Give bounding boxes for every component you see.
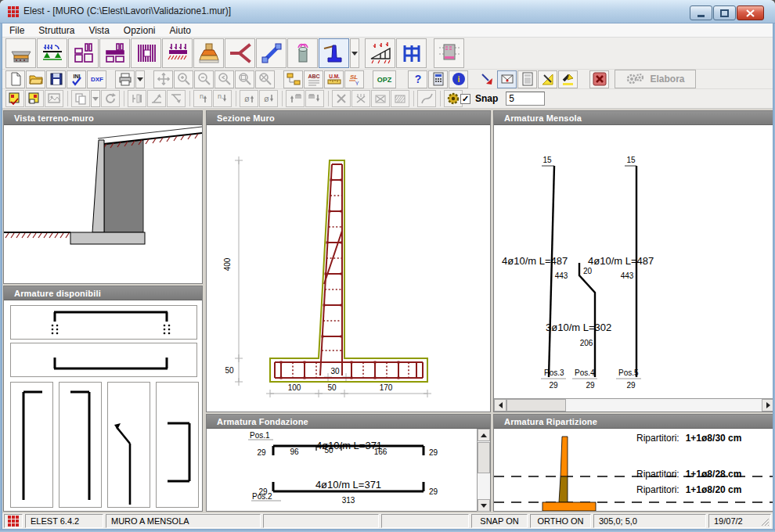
delete-bar-button-disabled[interactable] <box>332 90 351 107</box>
save-params-alt-button[interactable] <box>25 90 44 107</box>
stati-limite-button[interactable]: SLY <box>344 70 364 88</box>
close-button[interactable] <box>737 5 764 20</box>
add-bar-count-button-disabled[interactable]: n. <box>193 90 212 107</box>
scroll-thumb[interactable] <box>478 442 490 473</box>
retaining-wall-button[interactable] <box>319 38 349 68</box>
curve-button-disabled[interactable] <box>417 90 436 107</box>
resize-grip[interactable] <box>760 517 770 527</box>
print-dropdown[interactable] <box>135 70 145 88</box>
delete-group-button-disabled[interactable] <box>351 90 370 107</box>
dxf-export-button[interactable]: DXF <box>87 70 106 88</box>
window-frame-left <box>0 23 2 532</box>
copy-dropdown-disabled[interactable] <box>91 90 100 107</box>
zoom-out-button-disabled[interactable] <box>194 70 214 88</box>
wall-pattern-button[interactable] <box>131 38 161 68</box>
remove-bar-count-button-disabled[interactable]: n. <box>213 90 232 107</box>
zoom-in-icon <box>176 71 192 87</box>
refresh-button-disabled[interactable] <box>101 90 120 107</box>
calculator-button[interactable] <box>428 70 448 88</box>
snapshot-button-disabled[interactable] <box>45 90 63 107</box>
window-frame-bottom <box>0 529 775 532</box>
rebar-template-l-left[interactable] <box>59 382 102 508</box>
options-button[interactable]: OPZ <box>373 70 396 88</box>
project-tree-button[interactable] <box>283 70 303 88</box>
panel-title: Armatura Ripartizione <box>494 415 774 429</box>
elabora-button[interactable]: Elabora <box>615 70 696 88</box>
bar-lower-button-disabled[interactable] <box>167 90 186 107</box>
rebar-template-bent[interactable] <box>107 382 150 508</box>
ini-settings-button[interactable]: INI <box>67 70 86 88</box>
decrease-spacing-button-disabled[interactable] <box>305 90 324 107</box>
slab-foundation-button[interactable] <box>5 38 36 68</box>
fondazione-vscrollbar[interactable] <box>477 429 490 512</box>
column-section-button[interactable] <box>434 38 464 68</box>
floorplan-button[interactable] <box>68 38 99 68</box>
retaining-wall-dropdown[interactable] <box>350 38 359 68</box>
delete-zone-button-disabled[interactable] <box>371 90 390 107</box>
pan-button-disabled[interactable] <box>153 70 173 88</box>
decrease-diameter-button-disabled[interactable]: ø <box>259 90 278 107</box>
node-branch-button[interactable] <box>225 38 255 68</box>
bar3-label: 4ø10/m L=487 <box>588 255 654 267</box>
zoom-in-button-disabled[interactable] <box>174 70 193 88</box>
bar-raise-button-disabled[interactable] <box>147 90 166 107</box>
save-file-button[interactable] <box>46 70 66 88</box>
menu-vista[interactable]: Vista <box>81 23 116 38</box>
verify-arrow-button[interactable] <box>477 70 496 88</box>
title-bar[interactable]: Elest - [MURO (C:\Elest\Lavori\Validazio… <box>0 0 775 23</box>
rebar-template-bottom-u[interactable] <box>10 343 197 377</box>
minimize-button[interactable] <box>690 5 712 20</box>
menu-aiuto[interactable]: Aiuto <box>163 23 198 38</box>
footing-button[interactable] <box>193 38 224 68</box>
mensola-hscrollbar[interactable] <box>494 398 774 412</box>
print-button[interactable] <box>115 70 135 88</box>
load-button[interactable] <box>162 38 193 68</box>
frame-button[interactable] <box>396 38 427 68</box>
units-button[interactable]: U.M. <box>324 70 344 88</box>
report-button[interactable] <box>517 70 537 88</box>
ripartitori-value: 1+1ø8/30 cm <box>686 433 742 444</box>
text-options-button[interactable]: ABC <box>304 70 323 88</box>
bar-section-button-disabled[interactable] <box>128 90 146 107</box>
beam-loads-button[interactable] <box>37 38 67 68</box>
increase-diameter-button-disabled[interactable]: ø <box>240 90 258 107</box>
zoom-out-icon <box>196 71 212 87</box>
rebar-template-c-shape[interactable] <box>156 382 199 508</box>
zoom-extents-button-disabled[interactable] <box>255 70 275 88</box>
scroll-left-button[interactable] <box>494 399 506 412</box>
floorplan-beam-button[interactable] <box>99 38 130 68</box>
save-params-button[interactable] <box>5 90 24 107</box>
zoom-window-button-disabled[interactable] <box>235 70 254 88</box>
maximize-button[interactable] <box>713 5 736 20</box>
scroll-up-button[interactable] <box>478 429 490 441</box>
highlighter-button[interactable] <box>558 70 578 88</box>
drawing-tools-button[interactable] <box>538 70 557 88</box>
help-button[interactable]: ? <box>408 70 427 88</box>
arrow-right-icon <box>766 402 770 408</box>
status-ortho[interactable]: ORTHO ON <box>530 514 591 528</box>
pile-button[interactable] <box>287 38 318 68</box>
scroll-down-button[interactable] <box>478 499 490 512</box>
scroll-thumb[interactable] <box>506 399 566 412</box>
rebar-template-top-hooks[interactable] <box>10 305 197 340</box>
zone-hatch-button-disabled[interactable] <box>391 90 409 107</box>
new-file-button[interactable] <box>5 70 25 88</box>
menu-opzioni[interactable]: Opzioni <box>117 23 163 38</box>
menu-file[interactable]: File <box>2 23 31 38</box>
info-button[interactable]: i <box>449 70 468 88</box>
open-file-button[interactable] <box>26 70 45 88</box>
red-arrow-icon <box>479 71 495 87</box>
snap-checkbox[interactable]: ✓ <box>460 94 470 104</box>
delete-results-button[interactable] <box>589 70 609 88</box>
envelope-button[interactable] <box>497 70 517 88</box>
rebar-template-l-right[interactable] <box>10 382 53 508</box>
menu-struttura[interactable]: Struttura <box>31 23 81 38</box>
truss-button[interactable] <box>365 38 395 68</box>
beam-button[interactable] <box>256 38 287 68</box>
zoom-previous-button-disabled[interactable] <box>214 70 234 88</box>
copy-button-disabled[interactable] <box>71 90 90 107</box>
snap-value-input[interactable] <box>506 92 545 106</box>
status-snap[interactable]: SNAP ON <box>471 514 528 528</box>
increase-spacing-button-disabled[interactable] <box>286 90 305 107</box>
arrow-up-icon <box>481 433 487 437</box>
